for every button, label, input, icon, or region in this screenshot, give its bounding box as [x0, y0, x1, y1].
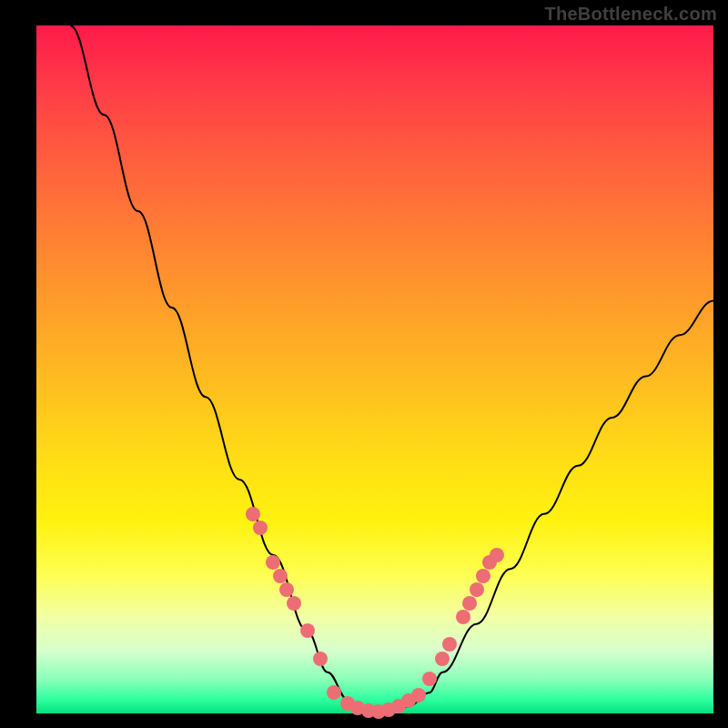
bottleneck-curve: [36, 25, 713, 713]
data-point: [313, 652, 328, 666]
data-point: [273, 569, 288, 583]
data-point: [476, 569, 490, 583]
data-point: [266, 555, 280, 570]
data-point: [246, 507, 260, 521]
data-point: [253, 521, 268, 535]
data-point: [490, 548, 504, 562]
chart-frame: TheBottleneck.com: [0, 0, 728, 728]
data-point: [435, 652, 450, 666]
data-point: [422, 672, 437, 686]
data-point: [300, 623, 315, 638]
data-point: [287, 596, 301, 611]
watermark-text: TheBottleneck.com: [544, 4, 717, 25]
curve-path: [70, 25, 713, 713]
data-point: [456, 610, 470, 624]
data-point: [470, 582, 484, 597]
data-point: [411, 688, 426, 703]
